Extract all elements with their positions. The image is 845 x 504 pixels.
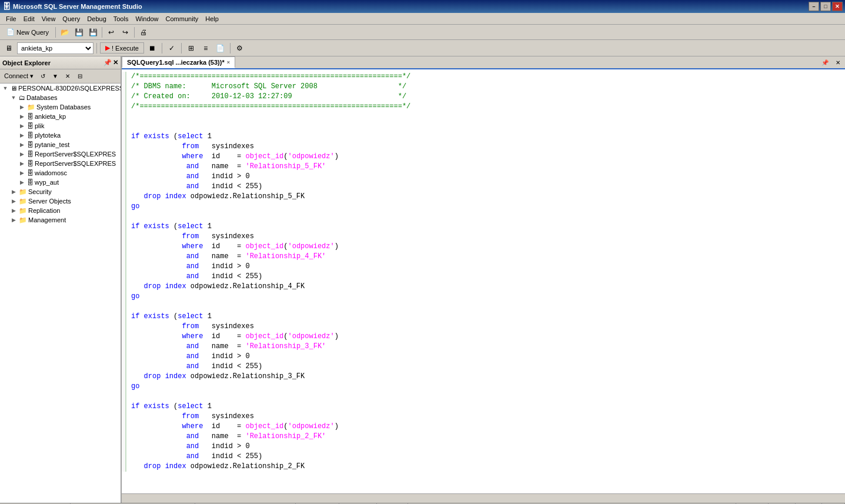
minimize-button[interactable]: – [809,2,819,11]
db-reportserver1[interactable]: ▶ 🗄 ReportServer$SQLEXPRES [0,149,121,159]
db-reportserver2[interactable]: ▶ 🗄 ReportServer$SQLEXPRES [0,159,121,168]
databases-node[interactable]: ▼ 🗂 Databases [0,93,121,102]
code-line: /* DBMS name: Microsoft SQL Server 2008 … [122,82,845,92]
oe-connect-button[interactable]: Connect ▾ [1,71,36,82]
editor-pin-button[interactable]: 📌 [819,56,831,68]
undo-button[interactable]: ↩ [105,26,118,39]
code-line [122,392,845,402]
db-plik-toggle[interactable]: ▶ [18,122,26,130]
menu-file[interactable]: File [2,14,20,24]
line-content: /* DBMS name: Microsoft SQL Server 2008 … [126,82,411,92]
oe-collapse-button[interactable]: ⊟ [74,71,86,82]
editor-horizontal-scrollbar[interactable] [122,493,845,503]
line-margin [122,172,126,182]
results-grid-button[interactable]: ⊞ [185,42,198,55]
close-button[interactable]: ✕ [832,2,843,11]
menu-help[interactable]: Help [202,14,222,24]
tab-close-button[interactable]: × [227,59,230,65]
stop-button[interactable]: ⏹ [146,42,159,55]
separator6 [181,43,182,54]
results-text-button[interactable]: ≡ [199,42,212,55]
server-node[interactable]: ▼ 🖥 PERSONAL-830D26\SQLEXPRESS [0,84,121,93]
management-node[interactable]: ▶ 📁 Management [0,215,121,225]
execute-icon: ▶ [105,44,110,52]
editor-tab-query1[interactable]: SQLQuery1.sql ...ieczarka (53))* × [122,56,235,68]
server-objects-label: Server Objects [28,198,71,205]
results-file-button[interactable]: 📄 [214,42,227,55]
management-toggle[interactable]: ▶ [9,216,18,224]
security-toggle[interactable]: ▶ [9,188,18,196]
menu-bar: File Edit View Query Debug Tools Window … [0,13,845,25]
system-db-toggle[interactable]: ▶ [18,103,26,111]
line-content: and name = 'Relationship_2_FK' [126,432,330,442]
menu-window[interactable]: Window [132,14,162,24]
code-line: go [122,292,845,302]
line-margin [122,352,126,362]
db-rs1-toggle[interactable]: ▶ [18,150,26,158]
save-button[interactable]: 💾 [72,26,85,39]
line-margin [122,272,126,282]
menu-tools[interactable]: Tools [110,14,132,24]
db-wyp-aut[interactable]: ▶ 🗄 wyp_aut [0,178,121,187]
server-objects-toggle[interactable]: ▶ [9,197,18,205]
server-objects-node[interactable]: ▶ 📁 Server Objects [0,196,121,206]
db-rs2-toggle[interactable]: ▶ [18,159,26,168]
db-plik-icon: 🗄 [27,122,34,129]
print-button[interactable]: 🖨 [137,26,150,39]
line-content [126,212,140,222]
db-plytoteka[interactable]: ▶ 🗄 plytoteka [0,131,121,140]
db-wiadomosc[interactable]: ▶ 🗄 wiadomosc [0,168,121,178]
db-plik[interactable]: ▶ 🗄 plik [0,121,121,131]
menu-edit[interactable]: Edit [20,14,38,24]
line-margin [122,242,126,252]
db-ankieta-label: ankieta_kp [35,113,66,120]
server-toggle[interactable]: ▼ [1,84,9,92]
oe-filter-button[interactable]: ▼ [49,71,61,82]
db-plytoteka-toggle[interactable]: ▶ [18,131,26,139]
redo-button[interactable]: ↪ [119,26,132,39]
oe-clear-filter-button[interactable]: ✕ [62,71,74,82]
line-margin [122,72,126,82]
code-line: where id = object_id('odpowiedz') [122,242,845,252]
code-line: where id = object_id('odpowiedz') [122,422,845,432]
line-content: drop index odpowiedz.Relationship_3_FK [126,372,309,382]
open-file-button[interactable]: 📂 [58,26,71,39]
line-content [126,112,140,122]
security-node[interactable]: ▶ 📁 Security [0,187,121,196]
parse-button[interactable]: ✓ [165,42,178,55]
code-line: go [122,202,845,212]
security-label: Security [28,188,52,195]
query-options-button[interactable]: ⚙ [233,42,246,55]
db-pytanie-test[interactable]: ▶ 🗄 pytanie_test [0,140,121,149]
code-line: /* Created on: 2010-12-03 12:27:09 */ [122,92,845,102]
oe-close-icon[interactable]: ✕ [113,59,118,66]
oe-pin-icon[interactable]: 📌 [103,59,112,66]
server-icon: 🖥 [2,42,15,55]
line-content: go [126,382,144,392]
menu-view[interactable]: View [38,14,59,24]
replication-toggle[interactable]: ▶ [9,206,18,215]
db-wyp-toggle[interactable]: ▶ [18,178,26,186]
db-plik-label: plik [35,122,45,129]
system-databases-node[interactable]: ▶ 📁 System Databases [0,102,121,112]
db-pytanie-toggle[interactable]: ▶ [18,141,26,149]
db-wiadomosc-toggle[interactable]: ▶ [18,169,26,177]
maximize-button[interactable]: □ [820,2,831,11]
editor-close-button[interactable]: ✕ [832,56,844,68]
db-ankieta-toggle[interactable]: ▶ [18,112,26,121]
database-selector[interactable]: ankieta_kp plik plytoteka [17,42,93,54]
menu-community[interactable]: Community [162,14,202,24]
databases-toggle[interactable]: ▼ [9,94,18,102]
oe-refresh-button[interactable]: ↺ [37,71,49,82]
line-margin [122,362,126,372]
code-editor[interactable]: /*======================================… [122,69,845,493]
db-ankieta[interactable]: ▶ 🗄 ankieta_kp [0,112,121,121]
line-margin [122,302,126,312]
replication-node[interactable]: ▶ 📁 Replication [0,206,121,215]
menu-query[interactable]: Query [59,14,84,24]
save-all-button[interactable]: 💾 [86,26,99,39]
db-wiadomosc-label: wiadomosc [35,169,67,176]
menu-debug[interactable]: Debug [84,14,109,24]
execute-button[interactable]: ▶ ! Execute [100,42,144,54]
new-query-button[interactable]: 📄 New Query [2,26,53,38]
